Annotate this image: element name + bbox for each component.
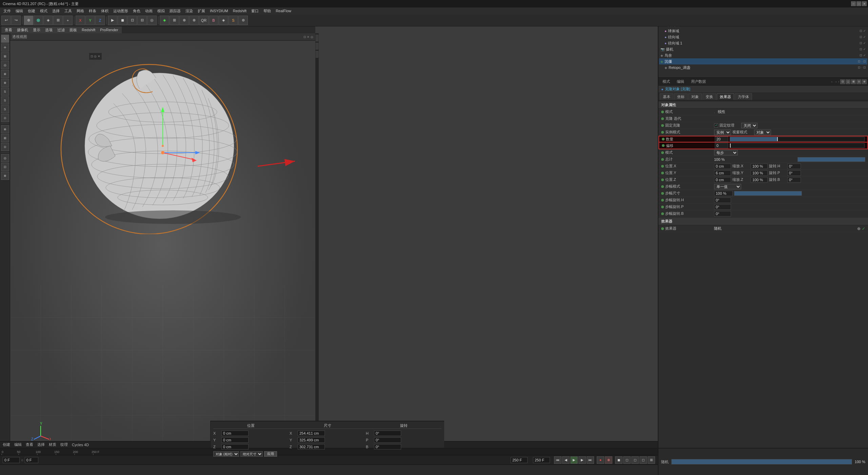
view-btn4[interactable]: ⊗ xyxy=(189,16,199,25)
tl-mode4[interactable]: ◻ xyxy=(639,456,647,464)
prop-tab-edit[interactable]: 编辑 xyxy=(675,78,686,85)
fixed-clone-checkbox[interactable] xyxy=(714,124,718,128)
tl-mode2[interactable]: ◻ xyxy=(623,456,631,464)
end-frame-display[interactable]: 250 F xyxy=(511,457,528,463)
stride-mode-dropdown[interactable]: 单一值 xyxy=(714,184,741,189)
view-btn5[interactable]: QR xyxy=(199,16,209,25)
stride-rb-input[interactable] xyxy=(714,211,731,216)
coord-pos-z[interactable] xyxy=(221,444,249,450)
menu-edit[interactable]: 编辑 xyxy=(14,8,25,14)
sidebar-tool11[interactable]: ⊙ xyxy=(1,143,9,151)
rotate-btn[interactable]: ◈ xyxy=(43,16,53,25)
coord-rot-p[interactable] xyxy=(374,437,401,443)
tl-go-start[interactable]: ⏮ xyxy=(554,456,561,464)
prop-ctrl-2[interactable]: ◻ xyxy=(846,79,850,84)
sidebar-tool6[interactable]: S xyxy=(1,96,9,104)
tree-row-retopo[interactable]: ◈ Retopo_调盏 ⊡ · ⊡ xyxy=(663,64,867,71)
subtab-transform[interactable]: 变换 xyxy=(703,93,716,100)
axis-y[interactable]: Y xyxy=(85,16,95,25)
render-btn3[interactable]: ⊡ xyxy=(127,16,137,25)
menu-render[interactable]: 渲染 xyxy=(183,8,195,14)
sidebar-pointer[interactable]: ↖ xyxy=(1,35,9,43)
menu-tracker[interactable]: 跟踪器 xyxy=(167,8,183,14)
view-btn8[interactable]: S xyxy=(229,16,238,25)
tl-next-frame[interactable]: ▶ xyxy=(578,456,586,464)
subtab-dynamics[interactable]: 力学体 xyxy=(735,93,752,100)
menu-help[interactable]: 帮助 xyxy=(261,8,273,14)
stride-rp-input[interactable] xyxy=(714,204,731,210)
prop-ctrl-5[interactable]: ⊗ xyxy=(862,79,867,84)
sidebar-tool8[interactable]: ⊙ xyxy=(1,114,9,122)
viewport-canvas[interactable]: Y X Z xyxy=(10,41,315,448)
menu-mesh[interactable]: 网格 xyxy=(75,8,86,14)
sidebar-tool4[interactable]: ⊗ xyxy=(1,79,9,87)
move-btn[interactable]: ◎ xyxy=(34,16,43,25)
prop-ctrl-3[interactable]: ⊠ xyxy=(851,79,856,84)
menu-volume[interactable]: 体积 xyxy=(99,8,111,14)
render-btn2[interactable]: ◼ xyxy=(118,16,127,25)
coord-rot-b[interactable] xyxy=(374,444,401,450)
status-select[interactable]: 选择 xyxy=(37,442,45,447)
coord-rot-h[interactable] xyxy=(374,431,401,436)
effector-section-header[interactable]: 效果器 xyxy=(658,217,868,225)
viewport-mode-dropdown[interactable]: 对象 xyxy=(754,130,771,135)
effector-check-icon[interactable]: ✓ xyxy=(862,226,865,231)
coord-space-mode[interactable]: 绝对尺寸 xyxy=(240,451,263,457)
sidebar-move[interactable]: ✛ xyxy=(1,43,9,52)
coord-apply-button[interactable]: 应用 xyxy=(264,451,277,457)
sidebar-tool9[interactable]: ⊕ xyxy=(1,125,9,133)
menu-window[interactable]: 窗口 xyxy=(249,8,261,14)
section-header-object[interactable]: 对象属性 xyxy=(658,102,868,109)
coord-size-y[interactable] xyxy=(298,437,325,443)
mode-step-dropdown[interactable]: 每步 xyxy=(714,150,738,155)
pos-x-input[interactable] xyxy=(714,164,731,169)
status-material[interactable]: 材质 xyxy=(49,442,56,447)
rot-h-input[interactable] xyxy=(787,164,801,169)
tb2-panel[interactable]: 面板 xyxy=(67,27,79,33)
scale-btn[interactable]: ⊞ xyxy=(53,16,63,25)
sidebar-tool2[interactable]: ◎ xyxy=(1,61,9,69)
tree-row-clone[interactable]: ◈ 沉僵 ⊡ · ⊡ xyxy=(659,58,867,64)
status-create[interactable]: 创建 xyxy=(3,442,10,447)
menu-redshift[interactable]: Redshift xyxy=(231,8,249,14)
prop-ctrl-4[interactable]: ⊙ xyxy=(856,79,861,84)
add-btn[interactable]: + xyxy=(63,16,73,25)
mini-btn-3[interactable] xyxy=(316,51,318,58)
tree-row-camera[interactable]: 📷 摄机 ⊡ ✓ xyxy=(659,46,867,52)
stride-size-slider[interactable] xyxy=(734,191,802,196)
view-btn7[interactable]: ◈ xyxy=(219,16,228,25)
tb2-camera[interactable]: 摄像机 xyxy=(15,27,30,33)
select-btn[interactable]: ⊕ xyxy=(24,16,33,25)
coord-tab-rot[interactable]: 旋转 xyxy=(366,423,441,428)
rot-p-input[interactable] xyxy=(787,170,801,176)
menu-tools[interactable]: 工具 xyxy=(62,8,74,14)
offset-slider[interactable] xyxy=(730,143,865,148)
coord-tab-pos[interactable]: 位置 xyxy=(213,423,289,428)
subtab-basic[interactable]: 基本 xyxy=(660,93,673,100)
tree-row-radial-domain-1[interactable]: ● 径向域 1 ⊡ ✓ xyxy=(663,40,867,46)
tree-row-radial-domain[interactable]: ● 径向域 ⊡ ✓ xyxy=(663,34,867,40)
sidebar-tool7[interactable]: S xyxy=(1,105,9,113)
menu-extend[interactable]: 扩展 xyxy=(196,8,207,14)
sidebar-tool13[interactable]: ⊡ xyxy=(1,163,9,171)
coord-pos-x[interactable] xyxy=(221,431,249,436)
pos-y-input[interactable] xyxy=(714,170,731,176)
prop-nav-right[interactable]: → xyxy=(834,80,837,83)
sidebar-tool1[interactable]: ⊞ xyxy=(1,52,9,60)
menu-create[interactable]: 创建 xyxy=(26,8,37,14)
tl-play[interactable]: ▶ xyxy=(570,456,578,464)
scale-y-input[interactable] xyxy=(751,170,768,176)
current-frame-display[interactable]: 0 F xyxy=(3,457,20,463)
rot-b-input[interactable] xyxy=(787,177,801,183)
tree-row-ball-domain[interactable]: ● 球体域 ⊡ ✓ xyxy=(663,28,867,34)
total-slider[interactable] xyxy=(797,157,865,162)
stride-size-input[interactable] xyxy=(714,191,733,196)
tb2-view[interactable]: 查看 xyxy=(3,27,14,33)
close-button[interactable]: ✕ xyxy=(862,1,867,6)
time-offset-display[interactable]: 0 F xyxy=(25,457,38,463)
tl-fps-toggle[interactable]: ⊞ xyxy=(648,456,655,464)
menu-insydium[interactable]: INSYDIUM xyxy=(208,8,230,14)
tb2-prorender[interactable]: ProRender xyxy=(98,27,120,32)
effector-add-icon[interactable]: ⊕ xyxy=(857,226,861,231)
prop-tab-mode[interactable]: 模式 xyxy=(661,78,671,85)
